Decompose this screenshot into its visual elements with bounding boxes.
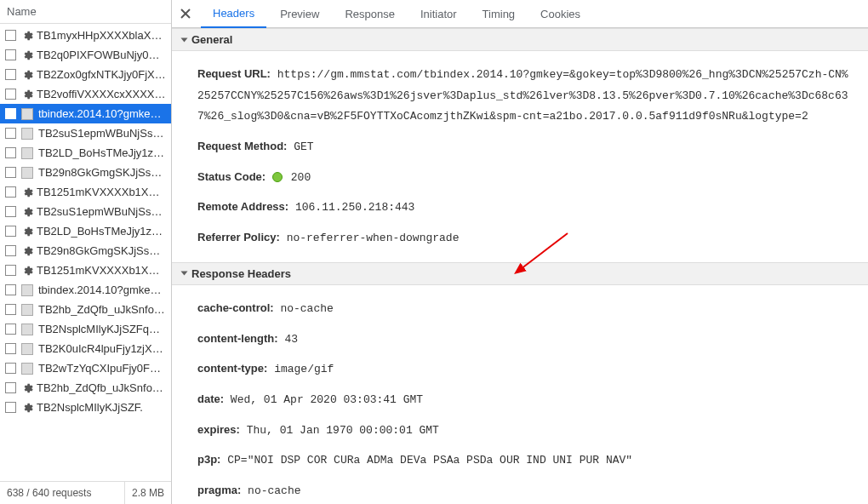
list-item[interactable]: TB2voffiVXXXXcxXXXXXXXX — [0, 84, 171, 104]
list-item[interactable]: TB2LD_BoHsTMeJjy1zcXXXAgXXa — [0, 143, 171, 163]
image-icon — [21, 128, 33, 140]
list-item[interactable]: TB29n8GkGmgSKJjSsphXXXgd — [0, 241, 171, 261]
header-value: Wed, 01 Apr 2020 03:03:41 GMT — [224, 393, 423, 406]
checkbox[interactable] — [5, 128, 16, 139]
list-item-label: TB2K0uIcR4lpuFjy1zjXXXcVpXa — [38, 342, 166, 355]
gear-icon — [21, 265, 33, 277]
checkbox[interactable] — [5, 382, 16, 393]
checkbox[interactable] — [5, 89, 16, 100]
gear-icon — [21, 226, 33, 238]
list-item[interactable]: tbindex.2014.10?gmkey=&gokey= — [0, 280, 171, 300]
checkbox[interactable] — [5, 304, 16, 315]
section-general[interactable]: General — [172, 28, 868, 51]
checkbox[interactable] — [5, 402, 16, 413]
list-item[interactable]: TB2hb_ZdQfb_uJkSnfoXXXe — [0, 378, 171, 398]
checkbox[interactable] — [5, 108, 16, 119]
gear-icon — [21, 206, 33, 218]
list-item[interactable]: TB1251mKVXXXXb1XVXXXXXX — [0, 261, 171, 280]
header-value: no-cache — [274, 302, 334, 315]
request-method-label: Request Method: — [197, 140, 287, 152]
tab-initiator[interactable]: Initiator — [408, 1, 469, 27]
section-response-headers[interactable]: Response Headers — [172, 262, 868, 285]
list-item-label: TB1251mKVXXXXb1XVXXXXXX — [37, 186, 166, 198]
tab-headers[interactable]: Headers — [201, 0, 266, 28]
list-item-label: tbindex.2014.10?gmkey=&gokey= — [38, 107, 166, 120]
list-item-label: TB2hb_ZdQfb_uJkSnfoXXXe — [38, 303, 166, 316]
checkbox[interactable] — [5, 147, 16, 158]
tab-preview[interactable]: Preview — [268, 1, 331, 27]
checkbox[interactable] — [5, 69, 16, 80]
header-value: image/gif — [267, 363, 334, 375]
gear-icon — [21, 382, 33, 394]
checkbox[interactable] — [5, 343, 16, 354]
remote-address-label: Remote Address: — [197, 200, 288, 213]
list-item[interactable]: tbindex.2014.10?gmkey=&gokey= — [0, 104, 171, 123]
list-item-label: TB1myxHHpXXXXblaXXXXXXXX — [37, 29, 166, 42]
list-item-label: TB2LD_BoHsTMeJjy1zcXXXAg — [37, 225, 166, 238]
checkbox[interactable] — [5, 284, 16, 295]
list-item[interactable]: TB2NsplcMIlyKJjSZF. — [0, 398, 171, 417]
checkbox[interactable] — [5, 30, 16, 41]
gear-icon — [21, 69, 33, 81]
list-item-label: TB2suS1epmWBuNjSspdXXbugXXa — [38, 127, 166, 140]
header-label: pragma: — [197, 484, 241, 496]
close-icon[interactable] — [179, 7, 192, 20]
request-list[interactable]: TB1myxHHpXXXXblaXXXXXXXXTB2q0PIXFOWBuNjy… — [0, 24, 171, 481]
list-item[interactable]: TB2NsplcMIlyKJjSZFqXXXjnpXa — [0, 319, 171, 339]
list-item[interactable]: TB2Zox0gfxNTKJjy0FjXXX — [0, 65, 171, 84]
list-item[interactable]: TB29n8GkGmgSKJjSsphXXXgdXXa — [0, 163, 171, 182]
header-label: p3p: — [197, 453, 220, 466]
gear-icon — [21, 89, 33, 100]
image-icon — [21, 284, 33, 296]
transfer-size: 2.8 MB — [125, 482, 171, 504]
list-item-label: TB2Zox0gfxNTKJjy0FjXXX — [37, 68, 166, 81]
header-value: Thu, 01 Jan 1970 00:00:01 GMT — [240, 424, 439, 437]
section-response-headers-title: Response Headers — [191, 267, 291, 280]
checkbox[interactable] — [5, 265, 16, 276]
list-item-label: TB2wTzYqCXIpuFjy0FeXXXcJpXa — [38, 362, 166, 375]
detail-tabs: Headers Preview Response Initiator Timin… — [172, 0, 868, 28]
gear-icon — [21, 245, 33, 257]
header-value: 43 — [278, 333, 298, 346]
list-item[interactable]: TB1251mKVXXXXb1XVXXXXXX — [0, 182, 171, 202]
checkbox[interactable] — [5, 49, 16, 60]
status-code-label: Status Code: — [197, 170, 266, 183]
list-item[interactable]: TB1myxHHpXXXXblaXXXXXXXX — [0, 26, 171, 45]
list-item[interactable]: TB2wTzYqCXIpuFjy0FeXXXcJpXa — [0, 358, 171, 378]
image-icon — [21, 167, 33, 179]
detail-panel: Headers Preview Response Initiator Timin… — [172, 0, 868, 504]
checkbox[interactable] — [5, 363, 16, 374]
header-label: expires: — [197, 423, 240, 436]
document-icon — [21, 108, 33, 120]
list-item-label: TB2q0PIXFOWBuNjy0FpXXX — [37, 49, 166, 61]
image-icon — [21, 147, 33, 159]
list-item[interactable]: TB2K0uIcR4lpuFjy1zjXXXcVpXa — [0, 339, 171, 358]
list-item[interactable]: TB2suS1epmWBuNjSspdXXbugXXa — [0, 123, 171, 143]
list-item-label: TB2LD_BoHsTMeJjy1zcXXXAgXXa — [38, 146, 166, 159]
referrer-policy-value: no-referrer-when-downgrade — [287, 232, 460, 244]
checkbox[interactable] — [5, 245, 16, 256]
list-item-label: TB29n8GkGmgSKJjSsphXXXgd — [37, 244, 166, 257]
sidebar-header: Name — [0, 0, 171, 24]
list-item[interactable]: TB2LD_BoHsTMeJjy1zcXXXAg — [0, 221, 171, 241]
header-label: content-length: — [197, 332, 278, 345]
checkbox[interactable] — [5, 324, 16, 335]
tab-cookies[interactable]: Cookies — [528, 1, 592, 27]
remote-address-value: 106.11.250.218:443 — [295, 201, 414, 214]
list-item-label: TB2voffiVXXXXcxXXXXXXXX — [37, 88, 166, 100]
checkbox[interactable] — [5, 186, 16, 198]
image-icon — [21, 304, 33, 316]
referrer-policy-label: Referrer Policy: — [197, 231, 280, 243]
tab-response[interactable]: Response — [333, 1, 407, 27]
detail-body[interactable]: General Request URL: https://gm.mmstat.c… — [172, 28, 868, 504]
list-item[interactable]: TB2suS1epmWBuNjSspdXXbug — [0, 202, 171, 221]
tab-timing[interactable]: Timing — [471, 1, 528, 27]
list-item[interactable]: TB2hb_ZdQfb_uJkSnfoXXXe — [0, 300, 171, 319]
list-item[interactable]: TB2q0PIXFOWBuNjy0FpXXX — [0, 45, 171, 65]
checkbox[interactable] — [5, 206, 16, 217]
checkbox[interactable] — [5, 167, 16, 178]
status-dot-icon — [272, 172, 283, 182]
request-method-value: GET — [294, 140, 313, 153]
header-value: no-cache — [241, 484, 300, 497]
checkbox[interactable] — [5, 226, 16, 237]
